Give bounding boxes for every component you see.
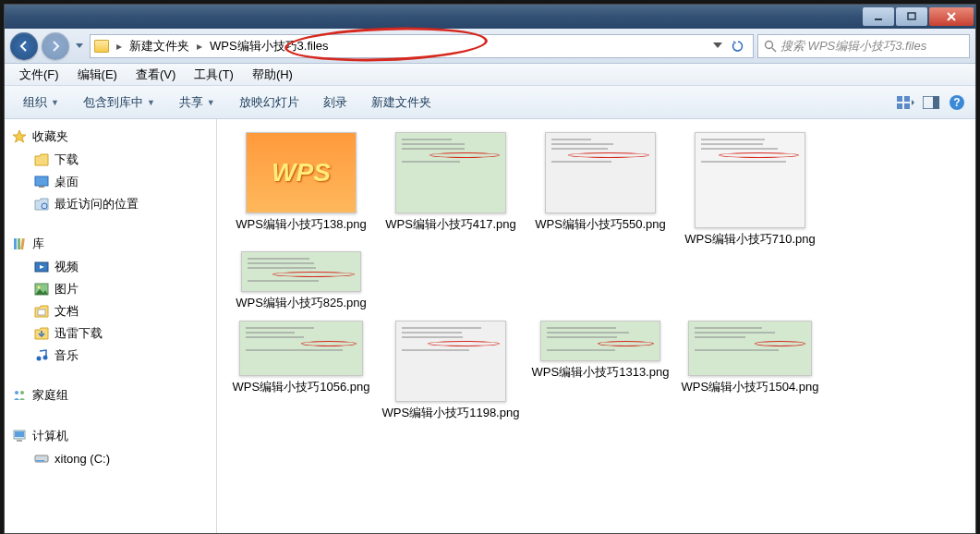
svg-line-5 xyxy=(772,48,776,52)
svg-rect-9 xyxy=(904,103,910,109)
close-button[interactable] xyxy=(929,7,974,26)
thumbnail-image xyxy=(540,321,660,361)
thumbnail-image xyxy=(241,251,361,292)
back-button[interactable] xyxy=(10,32,38,60)
file-thumbnail[interactable]: WPS编辑小技巧417.png xyxy=(378,132,524,248)
breadcrumb-separator-icon: ▸ xyxy=(193,40,206,53)
svg-rect-14 xyxy=(35,176,48,186)
titlebar xyxy=(5,5,975,29)
svg-rect-1 xyxy=(908,13,915,19)
explorer-window: ▸ 新建文件夹 ▸ WPS编辑小技巧3.files 搜索 WPS编辑小技巧3.f… xyxy=(4,4,976,534)
search-icon xyxy=(764,40,777,53)
thumbnail-image xyxy=(395,321,506,402)
menu-tools[interactable]: 工具(T) xyxy=(185,65,243,85)
sidebar-library[interactable]: 库 xyxy=(5,232,216,256)
history-dropdown[interactable] xyxy=(73,43,86,49)
download-icon xyxy=(34,326,49,341)
folder-icon xyxy=(94,40,109,53)
file-thumbnail[interactable]: WPS编辑小技巧825.png xyxy=(228,251,374,311)
file-thumbnail[interactable]: WPS编辑小技巧710.png xyxy=(677,132,823,248)
file-thumbnail[interactable]: WPS编辑小技巧1198.png xyxy=(378,321,524,421)
file-thumbnail[interactable]: WPS编辑小技巧1056.png xyxy=(228,321,374,421)
preview-pane-button[interactable] xyxy=(920,91,942,114)
file-name: WPS编辑小技巧710.png xyxy=(684,232,816,248)
body: 收藏夹 下载 桌面 最近访问的位置 库 视频 图片 文档 迅雷下载 音乐 家庭组 xyxy=(5,119,975,533)
file-thumbnail[interactable]: WPS编辑小技巧1504.png xyxy=(677,321,823,421)
menu-view[interactable]: 查看(V) xyxy=(127,65,185,85)
thumbnail-image xyxy=(395,132,506,213)
sidebar-item-video[interactable]: 视频 xyxy=(5,256,216,278)
drive-icon xyxy=(34,451,49,466)
svg-point-25 xyxy=(43,356,48,360)
file-name: WPS编辑小技巧417.png xyxy=(385,217,516,233)
help-button[interactable]: ? xyxy=(946,91,968,114)
toolbar: 组织▼ 包含到库中▼ 共享▼ 放映幻灯片 刻录 新建文件夹 ? xyxy=(5,86,975,119)
thumbnail-image xyxy=(695,132,805,228)
svg-rect-18 xyxy=(18,238,20,249)
minimize-button[interactable] xyxy=(863,7,894,26)
breadcrumb-segment[interactable]: WPS编辑小技巧3.files xyxy=(206,36,333,56)
file-name: WPS编辑小技巧1198.png xyxy=(382,406,520,421)
menu-edit[interactable]: 编辑(E) xyxy=(68,65,127,85)
sidebar-item-recent[interactable]: 最近访问的位置 xyxy=(5,193,216,215)
file-name: WPS编辑小技巧550.png xyxy=(535,217,666,233)
svg-rect-19 xyxy=(20,238,25,249)
svg-rect-23 xyxy=(38,309,45,315)
breadcrumb-segment[interactable]: 新建文件夹 xyxy=(126,36,193,56)
thumbnail-image xyxy=(545,132,656,213)
document-icon xyxy=(34,304,49,319)
svg-rect-8 xyxy=(897,103,902,109)
sidebar-homegroup[interactable]: 家庭组 xyxy=(5,383,216,407)
svg-rect-32 xyxy=(36,460,44,462)
svg-point-26 xyxy=(15,391,18,394)
star-icon xyxy=(12,129,27,144)
svg-rect-11 xyxy=(933,96,939,109)
image-icon xyxy=(34,282,49,297)
slideshow-button[interactable]: 放映幻灯片 xyxy=(228,91,310,115)
svg-rect-15 xyxy=(39,186,44,188)
file-thumbnail[interactable]: WPS编辑小技巧1313.png xyxy=(527,321,673,421)
breadcrumb-separator-icon: ▸ xyxy=(113,40,126,53)
file-name: WPS编辑小技巧1504.png xyxy=(682,380,819,395)
menubar: 文件(F) 编辑(E) 查看(V) 工具(T) 帮助(H) xyxy=(5,64,975,86)
sidebar-favorites[interactable]: 收藏夹 xyxy=(5,125,216,149)
desktop-icon xyxy=(34,175,49,189)
sidebar-item-documents[interactable]: 文档 xyxy=(5,300,216,322)
maximize-button[interactable] xyxy=(896,7,927,26)
svg-rect-30 xyxy=(17,440,22,442)
new-folder-button[interactable]: 新建文件夹 xyxy=(360,91,442,115)
organize-button[interactable]: 组织▼ xyxy=(12,91,70,115)
sidebar-computer[interactable]: 计算机 xyxy=(5,424,216,448)
sidebar-item-desktop[interactable]: 桌面 xyxy=(5,171,216,193)
content-area[interactable]: WPSWPS编辑小技巧138.pngWPS编辑小技巧417.pngWPS编辑小技… xyxy=(217,119,975,533)
include-library-button[interactable]: 包含到库中▼ xyxy=(72,91,166,115)
sidebar-item-drive-c[interactable]: xitong (C:) xyxy=(5,448,216,468)
sidebar-item-music[interactable]: 音乐 xyxy=(5,345,216,367)
video-icon xyxy=(34,260,49,274)
svg-rect-29 xyxy=(15,431,24,437)
sidebar-item-downloads[interactable]: 下载 xyxy=(5,149,216,171)
navigation-bar: ▸ 新建文件夹 ▸ WPS编辑小技巧3.files 搜索 WPS编辑小技巧3.f… xyxy=(5,29,975,64)
menu-help[interactable]: 帮助(H) xyxy=(243,65,302,85)
address-bar[interactable]: ▸ 新建文件夹 ▸ WPS编辑小技巧3.files xyxy=(90,34,754,58)
svg-point-27 xyxy=(20,391,24,394)
refresh-icon[interactable] xyxy=(731,39,745,54)
view-options-button[interactable] xyxy=(894,91,916,114)
file-name: WPS编辑小技巧1056.png xyxy=(233,380,370,395)
menu-file[interactable]: 文件(F) xyxy=(10,65,68,85)
file-name: WPS编辑小技巧1313.png xyxy=(532,365,670,381)
search-input[interactable]: 搜索 WPS编辑小技巧3.files xyxy=(757,34,970,58)
sidebar-item-thunder[interactable]: 迅雷下载 xyxy=(5,322,216,345)
navigation-pane: 收藏夹 下载 桌面 最近访问的位置 库 视频 图片 文档 迅雷下载 音乐 家庭组 xyxy=(5,119,217,533)
address-dropdown-icon[interactable] xyxy=(710,39,725,54)
file-thumbnail[interactable]: WPS编辑小技巧550.png xyxy=(527,132,673,248)
svg-rect-6 xyxy=(897,96,902,102)
forward-button[interactable] xyxy=(42,32,69,60)
file-thumbnail[interactable]: WPSWPS编辑小技巧138.png xyxy=(228,132,374,248)
svg-point-24 xyxy=(37,357,42,361)
svg-rect-17 xyxy=(14,238,17,249)
share-button[interactable]: 共享▼ xyxy=(168,91,226,115)
burn-button[interactable]: 刻录 xyxy=(312,91,358,115)
sidebar-item-images[interactable]: 图片 xyxy=(5,278,216,300)
homegroup-icon xyxy=(12,388,27,403)
